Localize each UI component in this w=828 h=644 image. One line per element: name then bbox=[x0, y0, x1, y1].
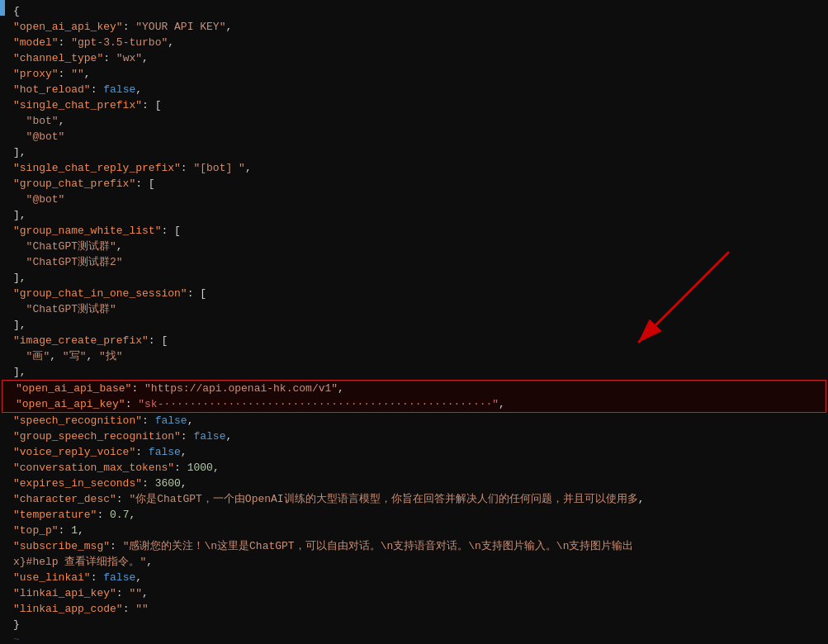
gutter-indicator bbox=[0, 0, 5, 16]
editor: { "open_ai_api_key": "YOUR API KEY", "mo… bbox=[0, 0, 828, 644]
code-line: "top_p": 1, bbox=[0, 523, 828, 538]
code-line-group-name-white-list: "group_name_white_list": [ bbox=[0, 223, 828, 239]
code-line: ], bbox=[0, 144, 828, 160]
code-line: x}#help 查看详细指令。", bbox=[0, 554, 828, 570]
code-line: "@bot" bbox=[0, 192, 828, 207]
code-line: "group_speech_recognition": false, bbox=[0, 429, 828, 444]
code-line: "channel_type": "wx", bbox=[0, 50, 828, 66]
code-line: "group_chat_prefix": [ bbox=[0, 176, 828, 192]
code-line: ], bbox=[0, 364, 828, 380]
code-line: ], bbox=[0, 207, 828, 223]
code-line: "expires_in_seconds": 3600, bbox=[0, 476, 828, 491]
code-line: "use_linkai": false, bbox=[0, 570, 828, 585]
code-line: { bbox=[0, 3, 828, 19]
code-line: "conversation_max_tokens": 1000, bbox=[0, 460, 828, 476]
code-line: "model": "gpt-3.5-turbo", bbox=[0, 35, 828, 50]
code-line: } bbox=[0, 617, 828, 632]
code-line: "ChatGPT测试群2" bbox=[0, 254, 828, 270]
code-line: "character_desc": "你是ChatGPT，一个由OpenAI训练… bbox=[0, 491, 828, 507]
code-line: "subscribe_msg": "感谢您的关注！\n这里是ChatGPT，可以… bbox=[0, 538, 828, 554]
tilde-line: ~ bbox=[0, 632, 828, 644]
highlight-box: "open_ai_api_base": "https://api.openai-… bbox=[2, 380, 826, 413]
code-line: "single_chat_reply_prefix": "[bot] ", bbox=[0, 160, 828, 176]
code-line: ], bbox=[0, 317, 828, 333]
code-line: "temperature": 0.7, bbox=[0, 507, 828, 523]
code-line: "ChatGPT测试群", bbox=[0, 239, 828, 254]
code-line: "画", "写", "找" bbox=[0, 348, 828, 364]
code-line: "speech_recognition": false, bbox=[0, 413, 828, 429]
code-line: "bot", bbox=[0, 113, 828, 129]
code-line: "group_chat_in_one_session": [ bbox=[0, 286, 828, 301]
code-line: "proxy": "", bbox=[0, 66, 828, 82]
code-line: "ChatGPT测试群" bbox=[0, 301, 828, 317]
code-line: "linkai_api_key": "", bbox=[0, 585, 828, 601]
code-line-api-base: "open_ai_api_base": "https://api.openai-… bbox=[2, 381, 826, 396]
code-line: "hot_reload": false, bbox=[0, 82, 828, 97]
code-line: "single_chat_prefix": [ bbox=[0, 97, 828, 113]
code-line: "@bot" bbox=[0, 129, 828, 144]
code-line: "open_ai_api_key": "YOUR API KEY", bbox=[0, 19, 828, 35]
code-line: "linkai_app_code": "" bbox=[0, 601, 828, 617]
code-line-api-key-highlighted: "open_ai_api_key": "sk-·················… bbox=[2, 396, 826, 412]
code-line: ], bbox=[0, 270, 828, 286]
code-line: "image_create_prefix": [ bbox=[0, 333, 828, 348]
code-line: "voice_reply_voice": false, bbox=[0, 444, 828, 460]
